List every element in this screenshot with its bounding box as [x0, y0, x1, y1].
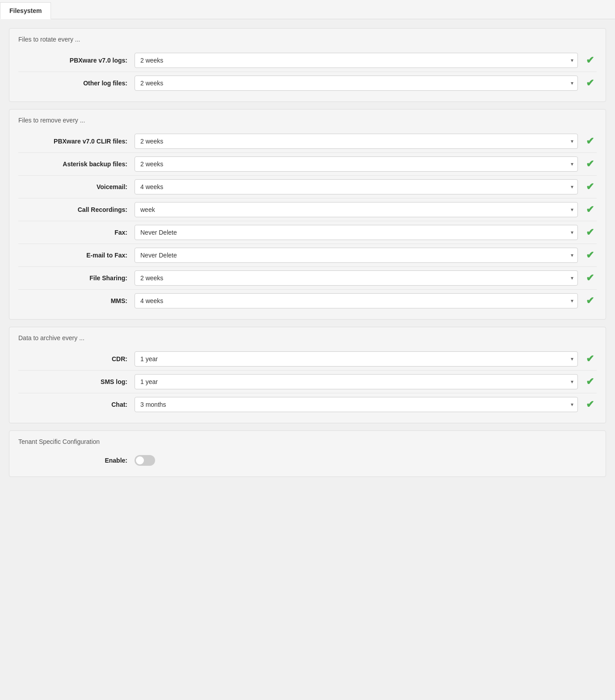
section-title-remove: Files to remove every ...	[18, 117, 597, 124]
field-control-asterisk-backup: week2 weeks3 weeks4 weeks1 month3 months…	[135, 156, 597, 172]
field-label-chat: Chat:	[18, 401, 135, 408]
field-control-pbxware-clir: week2 weeks3 weeks4 weeks1 month3 months…	[135, 134, 597, 149]
field-row-asterisk-backup: Asterisk backup files:week2 weeks3 weeks…	[18, 153, 597, 176]
select-wrapper-file-sharing: week2 weeks3 weeks4 weeks1 month3 months…	[135, 270, 578, 286]
field-control-mms: week2 weeks3 weeks4 weeks1 month3 months…	[135, 293, 597, 308]
check-icon-other-log-files: ✔	[583, 77, 597, 89]
toggle-slider-enable	[135, 455, 155, 466]
field-row-pbxware-logs: PBXware v7.0 logs:week2 weeks3 weeks4 we…	[18, 49, 597, 72]
select-file-sharing[interactable]: week2 weeks3 weeks4 weeks1 month3 months…	[135, 270, 578, 286]
select-wrapper-cdr: week2 weeks1 month3 months6 months1 year…	[135, 351, 578, 367]
check-icon-chat: ✔	[583, 399, 597, 410]
field-control-file-sharing: week2 weeks3 weeks4 weeks1 month3 months…	[135, 270, 597, 286]
field-label-asterisk-backup: Asterisk backup files:	[18, 160, 135, 168]
check-icon-asterisk-backup: ✔	[583, 158, 597, 170]
select-wrapper-asterisk-backup: week2 weeks3 weeks4 weeks1 month3 months…	[135, 156, 578, 172]
select-wrapper-other-log-files: week2 weeks3 weeks4 weeks1 month3 months…	[135, 76, 578, 91]
select-wrapper-chat: week2 weeks1 month3 months6 months1 year…	[135, 397, 578, 412]
field-control-email-to-fax: week2 weeks3 weeks4 weeks1 month3 months…	[135, 248, 597, 263]
field-row-pbxware-clir: PBXware v7.0 CLIR files:week2 weeks3 wee…	[18, 130, 597, 153]
select-pbxware-clir[interactable]: week2 weeks3 weeks4 weeks1 month3 months…	[135, 134, 578, 149]
field-control-call-recordings: week2 weeks3 weeks4 weeks1 month3 months…	[135, 202, 597, 217]
field-control-sms-log: week2 weeks1 month3 months6 months1 year…	[135, 374, 597, 389]
field-label-email-to-fax: E-mail to Fax:	[18, 252, 135, 259]
select-fax[interactable]: week2 weeks3 weeks4 weeks1 month3 months…	[135, 225, 578, 240]
field-label-pbxware-logs: PBXware v7.0 logs:	[18, 57, 135, 64]
field-control-enable	[135, 455, 597, 466]
check-icon-email-to-fax: ✔	[583, 249, 597, 261]
select-wrapper-pbxware-logs: week2 weeks3 weeks4 weeks1 month3 months…	[135, 53, 578, 68]
select-cdr[interactable]: week2 weeks1 month3 months6 months1 year…	[135, 351, 578, 367]
select-wrapper-email-to-fax: week2 weeks3 weeks4 weeks1 month3 months…	[135, 248, 578, 263]
field-row-fax: Fax:week2 weeks3 weeks4 weeks1 month3 mo…	[18, 221, 597, 244]
field-label-pbxware-clir: PBXware v7.0 CLIR files:	[18, 138, 135, 145]
check-icon-pbxware-logs: ✔	[583, 55, 597, 66]
field-control-pbxware-logs: week2 weeks3 weeks4 weeks1 month3 months…	[135, 53, 597, 68]
filesystem-tab[interactable]: Filesystem	[0, 2, 51, 19]
field-label-voicemail: Voicemail:	[18, 183, 135, 190]
check-icon-pbxware-clir: ✔	[583, 135, 597, 147]
select-wrapper-pbxware-clir: week2 weeks3 weeks4 weeks1 month3 months…	[135, 134, 578, 149]
field-row-other-log-files: Other log files:week2 weeks3 weeks4 week…	[18, 72, 597, 94]
field-control-cdr: week2 weeks1 month3 months6 months1 year…	[135, 351, 597, 367]
select-wrapper-sms-log: week2 weeks1 month3 months6 months1 year…	[135, 374, 578, 389]
select-wrapper-mms: week2 weeks3 weeks4 weeks1 month3 months…	[135, 293, 578, 308]
page-content: Files to rotate every ...PBXware v7.0 lo…	[0, 19, 615, 700]
field-row-call-recordings: Call Recordings:week2 weeks3 weeks4 week…	[18, 198, 597, 221]
section-rotate: Files to rotate every ...PBXware v7.0 lo…	[9, 28, 606, 102]
field-control-other-log-files: week2 weeks3 weeks4 weeks1 month3 months…	[135, 76, 597, 91]
field-label-file-sharing: File Sharing:	[18, 274, 135, 282]
select-pbxware-logs[interactable]: week2 weeks3 weeks4 weeks1 month3 months…	[135, 53, 578, 68]
section-title-tenant: Tenant Specific Configuration	[18, 438, 597, 445]
section-tenant: Tenant Specific ConfigurationEnable:	[9, 430, 606, 477]
select-mms[interactable]: week2 weeks3 weeks4 weeks1 month3 months…	[135, 293, 578, 308]
section-archive: Data to archive every ...CDR:week2 weeks…	[9, 327, 606, 423]
field-control-chat: week2 weeks1 month3 months6 months1 year…	[135, 397, 597, 412]
select-sms-log[interactable]: week2 weeks1 month3 months6 months1 year…	[135, 374, 578, 389]
section-title-archive: Data to archive every ...	[18, 334, 597, 342]
field-label-sms-log: SMS log:	[18, 378, 135, 385]
field-row-chat: Chat:week2 weeks1 month3 months6 months1…	[18, 393, 597, 416]
check-icon-cdr: ✔	[583, 353, 597, 365]
field-row-sms-log: SMS log:week2 weeks1 month3 months6 mont…	[18, 371, 597, 393]
field-label-enable: Enable:	[18, 457, 135, 464]
field-row-voicemail: Voicemail:week2 weeks3 weeks4 weeks1 mon…	[18, 176, 597, 198]
field-row-enable: Enable:	[18, 451, 597, 469]
select-other-log-files[interactable]: week2 weeks3 weeks4 weeks1 month3 months…	[135, 76, 578, 91]
check-icon-call-recordings: ✔	[583, 204, 597, 215]
check-icon-fax: ✔	[583, 227, 597, 238]
select-wrapper-fax: week2 weeks3 weeks4 weeks1 month3 months…	[135, 225, 578, 240]
check-icon-sms-log: ✔	[583, 376, 597, 388]
field-label-fax: Fax:	[18, 229, 135, 236]
field-label-mms: MMS:	[18, 297, 135, 304]
select-wrapper-call-recordings: week2 weeks3 weeks4 weeks1 month3 months…	[135, 202, 578, 217]
field-label-cdr: CDR:	[18, 355, 135, 363]
field-row-file-sharing: File Sharing:week2 weeks3 weeks4 weeks1 …	[18, 267, 597, 290]
field-row-cdr: CDR:week2 weeks1 month3 months6 months1 …	[18, 348, 597, 371]
select-wrapper-voicemail: week2 weeks3 weeks4 weeks1 month3 months…	[135, 179, 578, 194]
field-control-fax: week2 weeks3 weeks4 weeks1 month3 months…	[135, 225, 597, 240]
section-remove: Files to remove every ...PBXware v7.0 CL…	[9, 109, 606, 320]
check-icon-mms: ✔	[583, 295, 597, 307]
field-label-other-log-files: Other log files:	[18, 80, 135, 87]
check-icon-voicemail: ✔	[583, 181, 597, 193]
toggle-enable[interactable]	[135, 455, 155, 466]
select-chat[interactable]: week2 weeks1 month3 months6 months1 year…	[135, 397, 578, 412]
select-call-recordings[interactable]: week2 weeks3 weeks4 weeks1 month3 months…	[135, 202, 578, 217]
select-email-to-fax[interactable]: week2 weeks3 weeks4 weeks1 month3 months…	[135, 248, 578, 263]
section-title-rotate: Files to rotate every ...	[18, 36, 597, 43]
select-asterisk-backup[interactable]: week2 weeks3 weeks4 weeks1 month3 months…	[135, 156, 578, 172]
field-control-voicemail: week2 weeks3 weeks4 weeks1 month3 months…	[135, 179, 597, 194]
field-label-call-recordings: Call Recordings:	[18, 206, 135, 213]
field-row-mms: MMS:week2 weeks3 weeks4 weeks1 month3 mo…	[18, 290, 597, 312]
check-icon-file-sharing: ✔	[583, 272, 597, 284]
select-voicemail[interactable]: week2 weeks3 weeks4 weeks1 month3 months…	[135, 179, 578, 194]
field-row-email-to-fax: E-mail to Fax:week2 weeks3 weeks4 weeks1…	[18, 244, 597, 267]
